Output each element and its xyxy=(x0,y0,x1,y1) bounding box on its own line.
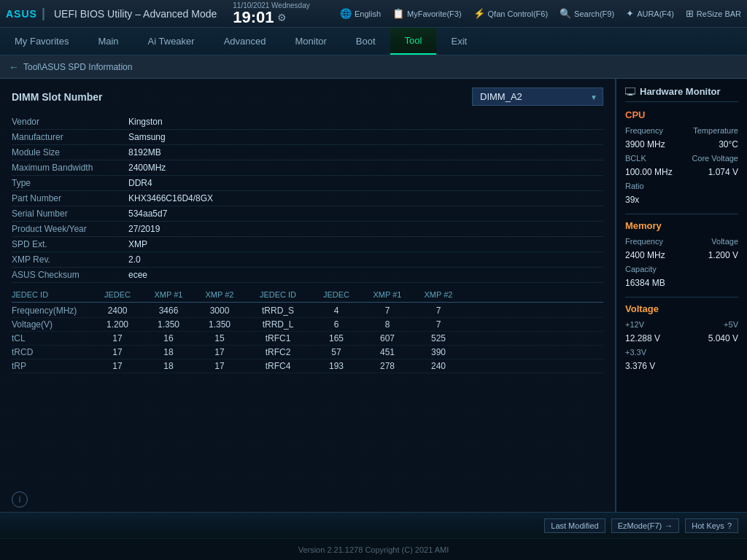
favorite-icon: 📋 xyxy=(392,8,404,19)
tr2-c3: 16 xyxy=(143,332,194,345)
nav-advanced[interactable]: Advanced xyxy=(209,28,281,55)
breadcrumb-bar: ← Tool\ASUS SPD Information xyxy=(0,55,747,79)
cpu-section-title: CPU xyxy=(625,109,738,120)
ez-mode-button[interactable]: EzMode(F7) → xyxy=(611,518,680,533)
language-button[interactable]: 🌐 English xyxy=(340,8,381,19)
header-icons-group: 🌐 English 📋 MyFavorite(F3) ⚡ Qfan Contro… xyxy=(340,8,741,19)
hot-keys-button[interactable]: Hot Keys ? xyxy=(685,518,738,533)
tr4-c1: tRP xyxy=(12,359,92,373)
search-label: Search(F9) xyxy=(574,9,614,18)
mem-capacity-label: Capacity xyxy=(625,265,657,273)
info-fields: Vendor Kingston Manufacturer Samsung Mod… xyxy=(12,114,603,283)
max-bandwidth-label: Maximum Bandwidth xyxy=(12,160,128,175)
my-favorite-button[interactable]: 📋 MyFavorite(F3) xyxy=(392,8,462,19)
version-bar: Version 2.21.1278 Copyright (C) 2021 AMI xyxy=(0,538,747,560)
aura-button[interactable]: ✦ AURA(F4) xyxy=(626,8,674,19)
tr0-c3: 3466 xyxy=(143,304,194,317)
field-manufacturer: Manufacturer Samsung xyxy=(12,130,603,145)
resize-bar-button[interactable]: ⊞ ReSize BAR xyxy=(686,8,741,19)
asus-brand: ASUS xyxy=(6,8,37,20)
svg-rect-2 xyxy=(627,96,633,96)
th-xmp1-2: XMP #1 xyxy=(362,290,413,299)
part-number-value: KHX3466C16D4/8GX xyxy=(128,191,213,206)
globe-icon: 🌐 xyxy=(340,8,352,19)
ratio-row: Ratio xyxy=(625,182,738,190)
serial-number-value: 534aa5d7 xyxy=(128,206,167,221)
info-button[interactable]: i xyxy=(12,491,28,508)
nav-exit[interactable]: Exit xyxy=(436,28,481,55)
tr1-c2: 1.200 xyxy=(92,318,143,331)
nav-boot[interactable]: Boot xyxy=(341,28,390,55)
timing-header-row: JEDEC ID JEDEC XMP #1 XMP #2 JEDEC ID JE… xyxy=(12,290,603,303)
product-week-year-label: Product Week/Year xyxy=(12,222,128,236)
search-button[interactable]: 🔍 Search(F9) xyxy=(560,8,614,19)
favorite-label: MyFavorite(F3) xyxy=(407,9,462,18)
dimm-slot-select[interactable]: DIMM_A1 DIMM_A2 DIMM_B1 DIMM_B2 xyxy=(472,88,603,106)
product-week-year-value: 27/2019 xyxy=(128,222,160,236)
cpu-divider xyxy=(625,214,738,214)
ez-mode-label: EzMode(F7) xyxy=(618,521,662,530)
v33-value: 3.376 V xyxy=(625,361,655,371)
qfan-button[interactable]: ⚡ Qfan Control(F6) xyxy=(473,8,549,19)
manufacturer-value: Samsung xyxy=(128,130,166,144)
asus-checksum-label: ASUS Checksum xyxy=(12,268,128,282)
field-vendor: Vendor Kingston xyxy=(12,114,603,130)
hw-monitor-title: Hardware Monitor xyxy=(625,86,738,102)
nav-ai-tweaker[interactable]: Ai Tweaker xyxy=(133,28,209,55)
max-bandwidth-value: 2400MHz xyxy=(128,160,166,175)
voltage-section-title: Voltage xyxy=(625,303,738,314)
tr1-c8: 7 xyxy=(413,318,464,331)
tr0-c6: 4 xyxy=(311,304,362,317)
nav-monitor[interactable]: Monitor xyxy=(281,28,341,55)
asus-checksum-value: ecee xyxy=(128,268,147,282)
dimm-select-wrapper: DIMM_A1 DIMM_A2 DIMM_B1 DIMM_B2 ▼ xyxy=(472,88,603,106)
spd-panel: DIMM Slot Number DIMM_A1 DIMM_A2 DIMM_B1… xyxy=(0,79,616,512)
timing-row-4: tRP 17 18 17 tRFC4 193 278 240 xyxy=(12,359,603,373)
ratio-val-row: 39x xyxy=(625,195,738,208)
v5-label: +5V xyxy=(724,320,738,329)
tr3-c6: 57 xyxy=(311,346,362,359)
tr2-c2: 17 xyxy=(92,332,143,345)
tr1-c3: 1.350 xyxy=(143,318,194,331)
mem-capacity-val-row: 16384 MB xyxy=(625,278,738,291)
timing-table: JEDEC ID JEDEC XMP #1 XMP #2 JEDEC ID JE… xyxy=(12,290,603,373)
th-xmp2-2: XMP #2 xyxy=(413,290,464,299)
nav-main[interactable]: Main xyxy=(83,28,133,55)
nav-my-favorites[interactable]: My Favorites xyxy=(0,28,83,55)
last-modified-button[interactable]: Last Modified xyxy=(544,518,605,533)
dimm-slot-label: DIMM Slot Number xyxy=(12,91,102,103)
bclk-row: BCLK Core Voltage xyxy=(625,154,738,163)
svg-rect-0 xyxy=(625,88,635,94)
bclk-value: 100.00 MHz xyxy=(625,167,673,177)
dimm-header: DIMM Slot Number DIMM_A1 DIMM_A2 DIMM_B1… xyxy=(12,88,603,106)
tr2-c5: tRFC1 xyxy=(245,332,311,345)
th-xmp2-1: XMP #2 xyxy=(194,290,245,299)
manufacturer-label: Manufacturer xyxy=(12,130,128,144)
cpu-freq-val-row: 3900 MHz 30°C xyxy=(625,139,738,149)
datetime-section: 11/10/2021 Wednesday 19:01 ⚙ xyxy=(233,1,309,26)
nav-advanced-label: Advanced xyxy=(224,36,266,47)
tr4-c8: 240 xyxy=(413,359,464,373)
tr2-c6: 165 xyxy=(311,332,362,345)
field-part-number: Part Number KHX3466C16D4/8GX xyxy=(12,191,603,206)
tr0-c2: 2400 xyxy=(92,304,143,317)
field-module-size: Module Size 8192MB xyxy=(12,145,603,160)
memory-section-title: Memory xyxy=(625,220,738,231)
tr3-c2: 17 xyxy=(92,346,143,359)
time-display: 19:01 xyxy=(233,9,274,26)
serial-number-label: Serial Number xyxy=(12,206,128,221)
monitor-icon xyxy=(625,88,635,96)
tr1-c1: Voltage(V) xyxy=(12,318,92,331)
settings-icon[interactable]: ⚙ xyxy=(277,12,287,23)
language-label: English xyxy=(355,9,381,18)
tr0-c5: tRRD_S xyxy=(245,304,311,317)
th-xmp1-1: XMP #1 xyxy=(143,290,194,299)
nav-tool[interactable]: Tool xyxy=(390,28,437,55)
bclk-label: BCLK xyxy=(625,154,646,163)
timing-row-1: Voltage(V) 1.200 1.350 1.350 tRRD_L 6 8 … xyxy=(12,318,603,332)
aura-label: AURA(F4) xyxy=(637,9,674,18)
mem-voltage-value: 1.200 V xyxy=(708,250,738,260)
nav-main-label: Main xyxy=(98,36,118,47)
timing-row-0: Frequency(MHz) 2400 3466 3000 tRRD_S 4 7… xyxy=(12,304,603,318)
back-button[interactable]: ← xyxy=(9,61,19,73)
